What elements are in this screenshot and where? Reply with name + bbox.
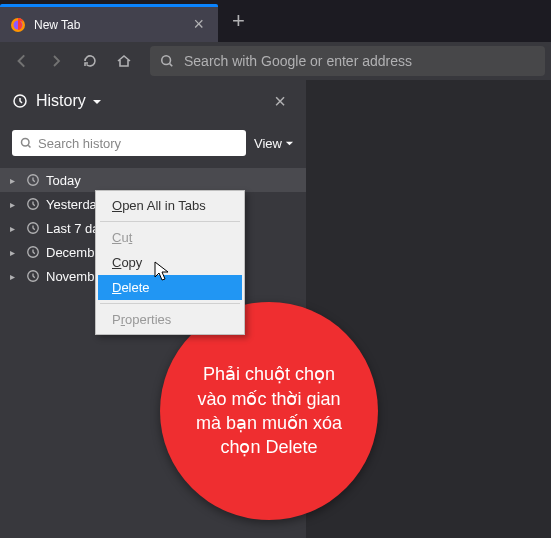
forward-button[interactable] — [40, 45, 72, 77]
sidebar-header: History × — [0, 80, 306, 122]
callout-text: Phải chuột chọn vào mốc thời gian mà bạn… — [188, 362, 350, 459]
search-placeholder: Search history — [38, 136, 121, 151]
back-button[interactable] — [6, 45, 38, 77]
firefox-icon — [10, 17, 26, 33]
new-tab-button[interactable]: + — [218, 8, 259, 34]
tab-title: New Tab — [34, 18, 189, 32]
svg-point-2 — [162, 56, 171, 65]
nav-toolbar: Search with Google or enter address — [0, 42, 551, 80]
chevron-right-icon: ▸ — [10, 199, 22, 210]
home-button[interactable] — [108, 45, 140, 77]
history-item-label: Today — [46, 173, 81, 188]
menu-copy[interactable]: Copy — [98, 250, 242, 275]
clock-icon — [26, 221, 40, 235]
menu-delete[interactable]: Delete — [98, 275, 242, 300]
menu-separator — [100, 221, 240, 222]
context-menu: Open All in Tabs Cut Copy Delete Propert… — [95, 190, 245, 335]
clock-icon — [26, 245, 40, 259]
history-item-today[interactable]: ▸ Today — [0, 168, 306, 192]
menu-separator — [100, 303, 240, 304]
clock-icon — [26, 173, 40, 187]
menu-open-all-tabs[interactable]: Open All in Tabs — [98, 193, 242, 218]
browser-tab[interactable]: New Tab × — [0, 4, 218, 42]
sidebar-close-button[interactable]: × — [266, 86, 294, 117]
view-menu-button[interactable]: View — [254, 136, 294, 151]
chevron-right-icon: ▸ — [10, 271, 22, 282]
menu-properties: Properties — [98, 307, 242, 332]
sidebar-title[interactable]: History — [36, 92, 266, 110]
tab-bar: New Tab × + — [0, 0, 551, 42]
chevron-right-icon: ▸ — [10, 175, 22, 186]
tab-close-button[interactable]: × — [189, 14, 208, 35]
menu-cut: Cut — [98, 225, 242, 250]
clock-icon — [26, 197, 40, 211]
search-icon — [20, 137, 32, 149]
search-history-input[interactable]: Search history — [12, 130, 246, 156]
address-placeholder: Search with Google or enter address — [184, 53, 412, 69]
reload-button[interactable] — [74, 45, 106, 77]
chevron-right-icon: ▸ — [10, 223, 22, 234]
search-icon — [160, 54, 174, 68]
clock-icon — [26, 269, 40, 283]
svg-point-4 — [22, 139, 30, 147]
address-bar[interactable]: Search with Google or enter address — [150, 46, 545, 76]
history-icon — [12, 93, 28, 109]
chevron-right-icon: ▸ — [10, 247, 22, 258]
